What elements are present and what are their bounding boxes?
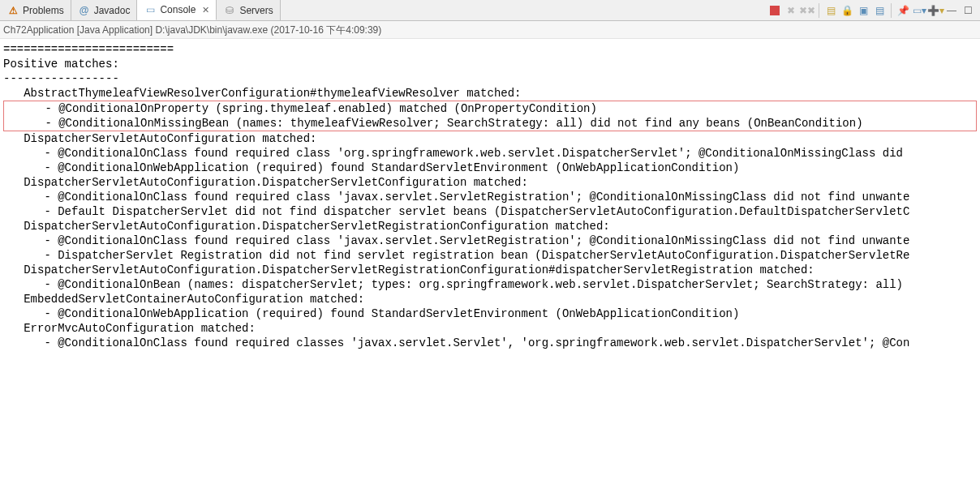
process-status-line: Ch72Application [Java Application] D:\ja…	[0, 21, 980, 39]
servers-icon: ⛁	[223, 4, 236, 17]
maximize-button[interactable]: ☐	[961, 3, 975, 18]
view-tabs: ⚠Problems@Javadoc▭Console✕⛁Servers	[0, 0, 281, 20]
console-line: DispatcherServletAutoConfiguration.Dispa…	[3, 263, 977, 277]
console-toolbar: ✖ ✖✖ ▤ 🔒 ▣ ▤ 📌 ▭▾ ➕▾ — ☐	[767, 3, 980, 18]
console-line: -----------------	[3, 71, 977, 86]
console-line: DispatcherServletAutoConfiguration.Dispa…	[3, 175, 977, 190]
close-icon[interactable]: ✕	[202, 5, 209, 15]
console-line: EmbeddedServletContainerAutoConfiguratio…	[3, 292, 977, 306]
open-console-button[interactable]: ➕▾	[928, 3, 943, 18]
show-on-error-button[interactable]: ▤	[872, 3, 887, 18]
console-line: - @ConditionalOnWebApplication (required…	[3, 161, 977, 175]
tab-javadoc[interactable]: @Javadoc	[71, 0, 138, 20]
separator	[819, 3, 819, 18]
tab-label: Javadoc	[94, 5, 131, 16]
clear-console-button[interactable]: ▤	[823, 3, 838, 18]
console-line: ErrorMvcAutoConfiguration matched:	[3, 321, 977, 336]
console-line: DispatcherServletAutoConfiguration match…	[3, 131, 977, 146]
pin-console-button[interactable]: 📌	[896, 3, 910, 18]
javadoc-icon: @	[78, 4, 91, 17]
console-line: - @ConditionalOnClass found required cla…	[3, 146, 977, 161]
console-line: DispatcherServletAutoConfiguration.Dispa…	[3, 219, 977, 234]
console-line: - @ConditionalOnClass found required cla…	[3, 190, 977, 204]
terminate-button[interactable]	[767, 3, 782, 18]
console-line: Positive matches:	[3, 57, 977, 71]
problems-icon: ⚠	[6, 4, 19, 17]
console-output[interactable]: =========================Positive matche…	[0, 39, 980, 353]
console-line: - @ConditionalOnWebApplication (required…	[3, 306, 977, 321]
tab-label: Servers	[239, 5, 273, 16]
console-line: AbstractThymeleafViewResolverConfigurati…	[3, 86, 977, 101]
show-on-output-button[interactable]: ▣	[856, 3, 870, 18]
console-line: - @ConditionalOnMissingBean (names: thym…	[4, 116, 976, 131]
tab-console[interactable]: ▭Console✕	[137, 0, 217, 20]
remove-all-terminated-button[interactable]: ✖✖	[800, 3, 815, 18]
tab-label: Problems	[23, 5, 64, 16]
console-line: - @ConditionalOnProperty (spring.thymele…	[4, 101, 976, 116]
tab-servers[interactable]: ⛁Servers	[217, 0, 280, 20]
console-line: =========================	[3, 42, 977, 57]
remove-launch-button[interactable]: ✖	[784, 3, 798, 18]
console-line: - @ConditionalOnClass found required cla…	[3, 336, 977, 350]
console-line: - DispatcherServlet Registration did not…	[3, 248, 977, 263]
highlighted-console-block: - @ConditionalOnProperty (spring.thymele…	[3, 101, 977, 131]
display-selected-console-button[interactable]: ▭▾	[912, 3, 926, 18]
view-tabs-row: ⚠Problems@Javadoc▭Console✕⛁Servers ✖ ✖✖ …	[0, 0, 980, 21]
separator	[891, 3, 892, 18]
console-line: - Default DispatcherServlet did not find…	[3, 204, 977, 219]
scroll-lock-button[interactable]: 🔒	[840, 3, 854, 18]
console-line: - @ConditionalOnBean (names: dispatcherS…	[3, 277, 977, 292]
tab-problems[interactable]: ⚠Problems	[0, 0, 71, 20]
minimize-button[interactable]: —	[944, 3, 959, 18]
tab-label: Console	[160, 4, 196, 15]
console-line: - @ConditionalOnClass found required cla…	[3, 234, 977, 248]
console-icon: ▭	[144, 3, 157, 16]
